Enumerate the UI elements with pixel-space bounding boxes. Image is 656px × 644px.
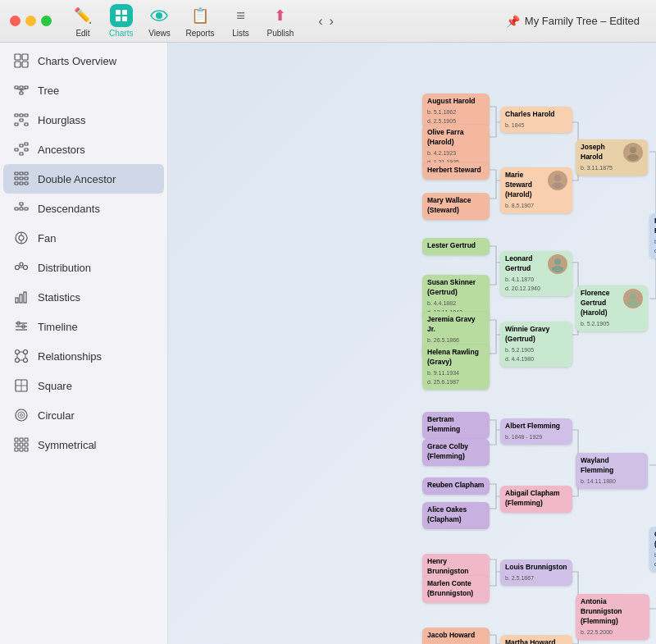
relationships-label: Relationships	[38, 350, 102, 363]
person-card-martha[interactable]: Martha Howard (Brunnigston)	[500, 635, 572, 644]
person-card-marlen[interactable]: Marlen Conte (Brunnigston)	[422, 576, 490, 603]
sidebar-item-tree[interactable]: Tree	[3, 75, 164, 105]
person-card-jacob[interactable]: Jacob Howard b. 9.11.1844d. 5.5.1908	[422, 628, 490, 644]
toolbar-views[interactable]: Views	[148, 4, 171, 38]
square-icon	[13, 377, 30, 394]
sidebar-item-double-ancestor[interactable]: Double Ancestor	[3, 164, 164, 194]
person-card-florence[interactable]: Florence Gertrud (Harold) b. 5.2.1905	[576, 285, 648, 331]
ancestors-icon	[13, 141, 30, 158]
person-card-reuben[interactable]: Reuben Clapham	[422, 477, 490, 495]
sidebar-item-circular[interactable]: Circular	[3, 400, 164, 430]
svg-rect-9	[15, 86, 18, 89]
svg-rect-50	[20, 295, 22, 303]
person-card-winnie[interactable]: Winnie Gravy (Gertrud) b. 5.2.1905d. 4.4…	[500, 322, 572, 367]
person-card-herbert[interactable]: Herbert Steward	[422, 162, 490, 180]
sidebar-item-fan[interactable]: Fan	[3, 223, 164, 253]
svg-point-70	[20, 414, 23, 417]
sidebar-item-symmetrical[interactable]: Symmetrical	[3, 430, 164, 459]
sidebar-item-square[interactable]: Square	[3, 371, 164, 400]
edit-label: Edit	[75, 29, 89, 38]
svg-rect-0	[116, 10, 121, 15]
relationships-icon	[13, 348, 30, 364]
minimize-button[interactable]	[25, 16, 36, 26]
views-label: Views	[148, 29, 171, 38]
tree-label: Tree	[38, 84, 59, 97]
svg-point-88	[630, 293, 636, 299]
toolbar-lists[interactable]: ≡ Lists	[229, 4, 252, 38]
hourglass-label: Hourglass	[38, 114, 86, 126]
person-card-lester[interactable]: Lester Gertrud	[422, 238, 490, 255]
svg-point-81	[627, 154, 639, 161]
descendants-label: Descendants	[38, 203, 100, 215]
person-card-clarissa[interactable]: Clarissa Flemming (Harold) b. 18.10.1908…	[649, 527, 656, 572]
chart-content[interactable]: August Harold b. 5.1.1862d. 2.5.1905 Cha…	[168, 43, 656, 644]
sidebar-item-charts-overview[interactable]: Charts Overview	[3, 46, 164, 75]
svg-rect-20	[15, 123, 18, 126]
svg-rect-33	[15, 182, 18, 185]
person-card-albert[interactable]: Albert Flemming b. 1848 - 1929	[500, 418, 572, 445]
svg-rect-34	[20, 182, 23, 185]
statistics-label: Statistics	[38, 291, 80, 304]
person-card-antonia[interactable]: Antonia Brunnigston (Flemming) b. 22.5.2…	[576, 594, 649, 640]
person-card-mary-wallace[interactable]: Mary Wallace (Steward)	[422, 193, 490, 220]
forward-button[interactable]: ›	[330, 14, 334, 29]
svg-rect-2	[116, 16, 121, 21]
toolbar-edit[interactable]: ✏️ Edit	[71, 4, 94, 38]
svg-rect-26	[25, 148, 28, 151]
fan-label: Fan	[38, 232, 56, 244]
maximize-button[interactable]	[41, 16, 52, 26]
svg-point-4	[156, 12, 162, 19]
sidebar-item-timeline[interactable]: Timeline	[3, 312, 164, 341]
person-card-wayland[interactable]: Wayland Flemming b. 14.11.1880	[576, 453, 648, 489]
sidebar: Charts Overview Tree Hourglass	[0, 43, 168, 644]
svg-point-83	[552, 182, 563, 189]
person-card-august[interactable]: August Harold b. 5.1.1862d. 2.5.1905	[422, 94, 490, 129]
svg-rect-24	[20, 153, 23, 155]
toolbar-charts[interactable]: Charts	[109, 4, 133, 38]
person-card-grace[interactable]: Grace Colby (Flemming)	[422, 439, 490, 466]
sidebar-item-descendants[interactable]: Descendants	[3, 194, 164, 223]
svg-rect-78	[20, 448, 23, 451]
person-card-louis[interactable]: Louis Brunnigston b. 2.5.1867	[500, 560, 572, 586]
person-card-marie[interactable]: Marie Steward (Harold) b. 8.5.1907	[500, 167, 572, 213]
sidebar-item-relationships[interactable]: Relationships	[3, 341, 164, 371]
person-card-joseph[interactable]: Joseph Harold b. 3.11.1875	[576, 139, 648, 176]
svg-rect-3	[122, 16, 127, 21]
svg-rect-19	[20, 119, 23, 121]
svg-rect-22	[15, 148, 18, 151]
svg-rect-51	[24, 292, 26, 303]
person-card-roger[interactable]: Roger Harold b. 21.2.1905d. 16.8.1999	[649, 213, 656, 258]
svg-point-86	[554, 258, 561, 265]
timeline-icon	[13, 318, 30, 335]
person-card-abigail[interactable]: Abigail Clapham (Flemming)	[500, 486, 572, 513]
sidebar-item-hourglass[interactable]: Hourglass	[3, 105, 164, 135]
tree-icon	[13, 82, 30, 98]
chart-area: August Harold b. 5.1.1862d. 2.5.1905 Cha…	[168, 43, 656, 644]
close-button[interactable]	[10, 16, 20, 26]
toolbar-publish[interactable]: ⬆ Publish	[266, 4, 294, 38]
distribution-label: Distribution	[38, 262, 91, 274]
svg-point-80	[630, 147, 636, 153]
svg-rect-74	[15, 443, 18, 446]
person-card-alice[interactable]: Alice Oakes (Clapham)	[422, 502, 490, 529]
back-button[interactable]: ‹	[318, 14, 322, 29]
svg-rect-25	[25, 143, 28, 145]
double-ancestor-icon	[13, 171, 30, 187]
svg-point-45	[16, 266, 20, 270]
svg-rect-21	[25, 123, 28, 126]
person-card-charles[interactable]: Charles Harold b. 1845	[500, 107, 572, 133]
person-card-bertram[interactable]: Bertram Flemming	[422, 412, 490, 439]
circular-label: Circular	[38, 409, 75, 422]
double-ancestor-label: Double Ancestor	[38, 173, 116, 185]
sidebar-item-statistics[interactable]: Statistics	[3, 282, 164, 312]
person-card-helena[interactable]: Helena Rawling (Gravy) b. 9.11.1934d. 25…	[422, 345, 490, 390]
svg-rect-6	[22, 54, 28, 60]
person-card-leonard[interactable]: Leonard Gertrud b. 4.1.1870d. 20.12.1940	[500, 251, 572, 296]
toolbar-reports[interactable]: 📋 Reports	[185, 4, 214, 38]
main-container: Charts Overview Tree Hourglass	[0, 43, 656, 644]
sidebar-item-distribution[interactable]: Distribution	[3, 253, 164, 282]
svg-point-69	[18, 412, 25, 418]
sidebar-item-ancestors[interactable]: Ancestors	[3, 135, 164, 164]
svg-rect-7	[15, 62, 20, 67]
svg-rect-30	[15, 177, 18, 180]
